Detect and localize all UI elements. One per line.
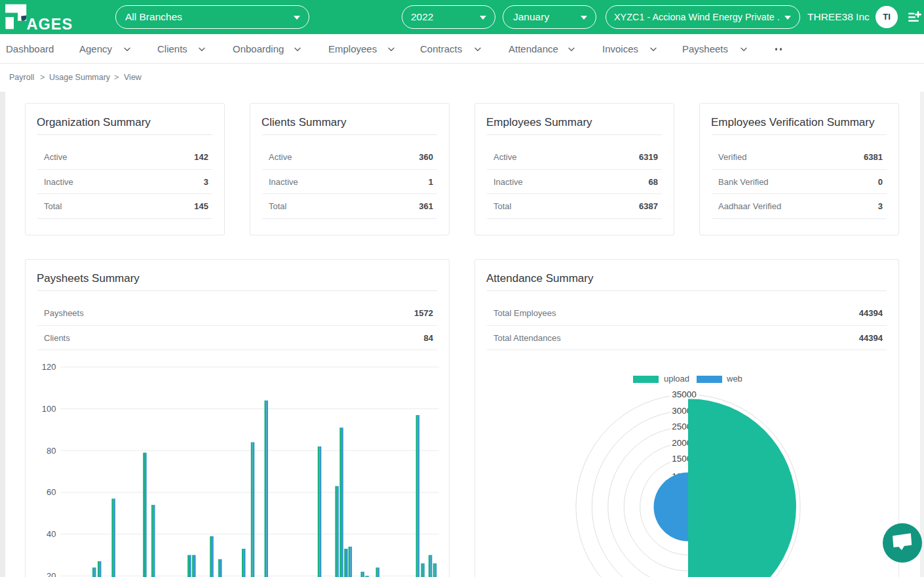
svg-text:20: 20 xyxy=(47,571,56,577)
svg-text:100: 100 xyxy=(42,404,56,414)
svg-text:120: 120 xyxy=(42,362,56,372)
svg-text:80: 80 xyxy=(47,446,56,456)
svg-text:35000: 35000 xyxy=(672,389,697,399)
svg-text:40: 40 xyxy=(47,529,56,539)
svg-text:60: 60 xyxy=(47,487,56,497)
svg-text:AGES: AGES xyxy=(27,16,73,33)
